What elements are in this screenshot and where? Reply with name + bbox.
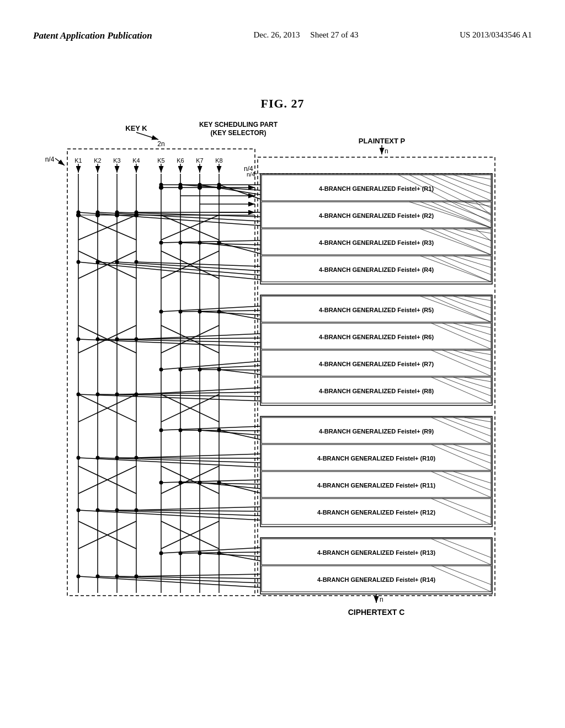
diagram-svg: KEY K KEY SCHEDULING PART (KEY SELECTOR)… [33,119,532,648]
svg-line-41 [431,256,491,282]
diagram-area: KEY K KEY SCHEDULING PART (KEY SELECTOR)… [33,119,532,648]
svg-line-40 [476,229,491,241]
svg-line-72 [454,472,491,483]
svg-line-44 [465,256,491,260]
svg-line-61 [454,377,491,389]
svg-line-152 [219,312,260,319]
svg-line-77 [431,566,491,592]
svg-line-26 [409,175,491,215]
r2-label: 4-BRANCH GENERALIZED Feistel+ (R2) [319,212,434,219]
k6-label: K6 [177,157,184,164]
k2-label: K2 [94,157,101,164]
k1-label: K1 [74,157,82,164]
svg-line-21 [431,175,491,201]
svg-line-190 [117,458,260,458]
svg-line-2 [136,132,158,140]
svg-line-37 [454,229,491,240]
svg-line-51 [431,323,491,349]
svg-line-197 [161,480,260,483]
svg-line-35 [431,229,491,255]
svg-line-57 [454,350,491,362]
r1-label: 4-BRANCH GENERALIZED Feistel+ (R1) [319,185,434,192]
svg-line-75 [431,539,491,565]
svg-line-144 [78,262,260,280]
n4-left-label: n/4 [45,156,55,163]
svg-line-221 [136,574,260,576]
svg-line-63 [431,417,491,443]
page: Patent Application Publication Dec. 26, … [0,0,565,728]
svg-line-120 [219,185,260,199]
svg-line-214 [180,552,260,553]
svg-line-54 [465,323,491,328]
svg-line-53 [454,323,491,335]
svg-line-38 [465,229,491,233]
header-right: US 2013/0343546 A1 [460,30,532,40]
header: Patent Application Publication Dec. 26, … [0,30,565,41]
n4-horizontal-label: n/4 [247,171,255,178]
r9-label: 4-BRANCH GENERALIZED Feistel+ (R9) [319,428,434,435]
svg-line-189 [136,454,260,458]
r3-label: 4-BRANCH GENERALIZED Feistel+ (R3) [319,239,434,246]
svg-line-158 [117,338,260,339]
svg-line-78 [443,566,491,585]
r11-label: 4-BRANCH GENERALIZED Feistel+ (R11) [317,482,436,489]
figure-title: FIG. 27 [0,97,565,111]
svg-line-76 [443,539,491,558]
header-left: Patent Application Publication [33,30,152,41]
svg-line-46 [431,296,491,322]
svg-line-59 [431,377,491,403]
n-bottom-label: n [380,596,383,603]
svg-line-181 [161,426,260,430]
key-scheduling-label: KEY SCHEDULING PART [199,121,278,129]
n-top-label: n [385,147,388,155]
svg-line-70 [431,472,491,497]
svg-line-65 [454,417,491,429]
k8-label: K8 [215,157,222,164]
svg-line-28 [431,202,491,228]
svg-line-30 [454,202,491,213]
svg-line-62 [465,377,491,382]
r12-label: 4-BRANCH GENERALIZED Feistel+ (R12) [317,509,436,516]
svg-line-216 [219,553,260,561]
svg-line-43 [454,256,491,267]
k7-label: K7 [196,157,203,164]
svg-line-150 [180,311,260,312]
r13-label: 4-BRANCH GENERALIZED Feistel+ (R13) [317,549,436,556]
k4-label: K4 [132,157,140,164]
svg-line-58 [465,350,491,355]
svg-line-133 [161,240,260,243]
header-date: Dec. 26, 2013 [253,30,300,39]
ciphertext-label: CIPHERTEXT C [348,608,405,617]
svg-line-23 [454,175,491,186]
r6-label: 4-BRANCH GENERALIZED Feistel+ (R6) [319,334,434,340]
key-selector-label: (KEY SELECTOR) [211,129,266,137]
svg-line-174 [117,392,260,394]
svg-line-143 [98,262,260,275]
svg-line-3 [55,158,65,165]
svg-line-73 [431,499,491,524]
svg-line-48 [454,296,491,308]
header-center: Dec. 26, 2013 Sheet 27 of 43 [253,30,358,40]
svg-line-192 [78,458,260,467]
svg-line-55 [431,350,491,376]
r14-label: 4-BRANCH GENERALIZED Feistel+ (R14) [317,576,436,583]
r4-label: 4-BRANCH GENERALIZED Feistel+ (R4) [319,266,434,273]
svg-line-205 [136,507,260,510]
r5-label: 4-BRANCH GENERALIZED Feistel+ (R5) [319,307,434,313]
k3-label: K3 [113,157,120,164]
svg-line-206 [117,510,260,511]
svg-line-167 [200,370,260,370]
k5-label: K5 [157,157,164,164]
r7-label: 4-BRANCH GENERALIZED Feistel+ (R7) [319,361,434,367]
r8-label: 4-BRANCH GENERALIZED Feistel+ (R8) [319,388,434,394]
svg-line-74 [443,499,491,517]
svg-line-49 [465,296,491,301]
svg-line-67 [431,445,491,470]
svg-line-69 [454,445,491,456]
svg-line-66 [465,417,491,422]
header-sheet: Sheet 27 of 43 [310,30,358,39]
key-k-label: KEY K [125,124,147,132]
svg-line-24 [465,175,491,179]
2n-label: 2n [157,140,164,148]
r10-label: 4-BRANCH GENERALIZED Feistel+ (R10) [317,455,436,462]
